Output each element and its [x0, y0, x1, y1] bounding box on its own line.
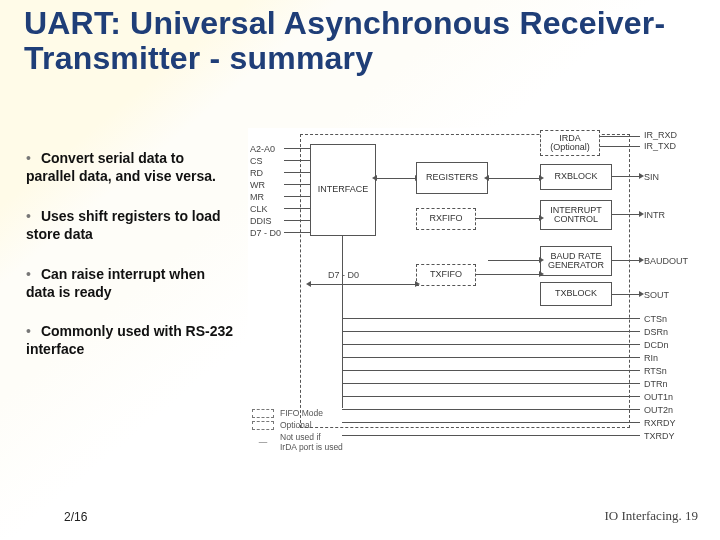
pin-label: BAUDOUT: [644, 256, 688, 266]
wire: [284, 196, 310, 197]
block-txblock: TXBLOCK: [540, 282, 612, 306]
legend-label: Not used if IrDA port is used: [280, 432, 343, 452]
bullet-item: Can raise interrupt when data is ready: [26, 266, 236, 302]
slide-footer: IO Interfacing. 19: [605, 508, 699, 524]
pin-label: CLK: [250, 204, 268, 214]
wire: [488, 178, 540, 179]
wire: [342, 331, 640, 332]
wire: [342, 370, 640, 371]
pin-label: DCDn: [644, 340, 669, 350]
block-registers: REGISTERS: [416, 162, 488, 194]
pin-label: RIn: [644, 353, 658, 363]
wire: [342, 422, 640, 423]
block-baud-rate: BAUD RATE GENERATOR: [540, 246, 612, 276]
wire: [342, 357, 640, 358]
pin-label: DSRn: [644, 327, 668, 337]
wire: [342, 383, 640, 384]
pin-label: MR: [250, 192, 264, 202]
wire: [488, 260, 540, 261]
pin-label: SIN: [644, 172, 659, 182]
wire: [284, 172, 310, 173]
block-rxblock: RXBLOCK: [540, 164, 612, 190]
pin-label: SOUT: [644, 290, 669, 300]
pin-label: OUT2n: [644, 405, 673, 415]
legend-label: Optional: [280, 420, 312, 430]
pin-label: RD: [250, 168, 263, 178]
pin-label: CS: [250, 156, 263, 166]
wire: [600, 136, 640, 137]
legend-swatch-dashed: [252, 421, 274, 430]
bullet-list: Convert serial data to parallel data, an…: [26, 150, 236, 381]
page-title: UART: Universal Asynchronous Receiver-Tr…: [24, 6, 694, 76]
bus-label: D7 - D0: [328, 270, 359, 280]
bullet-item: Convert serial data to parallel data, an…: [26, 150, 236, 186]
pin-label: A2-A0: [250, 144, 275, 154]
wire: [310, 284, 416, 285]
wire: [284, 148, 310, 149]
bullet-item: Uses shift registers to load store data: [26, 208, 236, 244]
wire: [342, 318, 640, 319]
wire: [612, 214, 640, 215]
wire: [600, 146, 640, 147]
pin-label: D7 - D0: [250, 228, 281, 238]
pin-label: RTSn: [644, 366, 667, 376]
pin-label: IR_TXD: [644, 141, 676, 151]
pin-label: RXRDY: [644, 418, 676, 428]
wire: [284, 208, 310, 209]
wire: [342, 435, 640, 436]
wire: [284, 184, 310, 185]
wire: [476, 218, 540, 219]
pin-label: DDIS: [250, 216, 272, 226]
wire: [476, 274, 540, 275]
wire: [342, 396, 640, 397]
slide-date: 2/16: [64, 510, 87, 524]
legend: FIFO Mode Optional —Not used if IrDA por…: [252, 406, 343, 452]
block-intr-control: INTERRUPT CONTROL: [540, 200, 612, 230]
block-rxfifo: RXFIFO: [416, 208, 476, 230]
pin-label: CTSn: [644, 314, 667, 324]
pin-label: WR: [250, 180, 265, 190]
pin-label: IR_RXD: [644, 130, 677, 140]
wire: [376, 178, 416, 179]
bullet-item: Commonly used with RS-232 interface: [26, 323, 236, 359]
wire: [284, 220, 310, 221]
block-diagram: A2-A0 CS RD WR MR CLK DDIS D7 - D0 INTER…: [248, 128, 698, 458]
block-irda: IRDA (Optional): [540, 130, 600, 156]
legend-label: FIFO Mode: [280, 408, 323, 418]
wire: [284, 160, 310, 161]
block-txfifo: TXFIFO: [416, 264, 476, 286]
pin-label: OUT1n: [644, 392, 673, 402]
legend-swatch-dashed: [252, 409, 274, 418]
legend-dash-icon: —: [252, 437, 274, 447]
wire: [284, 232, 310, 233]
block-interface: INTERFACE: [310, 144, 376, 236]
slide: UART: Universal Asynchronous Receiver-Tr…: [0, 0, 720, 540]
wire: [342, 344, 640, 345]
pin-label: DTRn: [644, 379, 668, 389]
wire: [612, 176, 640, 177]
pin-label: INTR: [644, 210, 665, 220]
wire: [612, 294, 640, 295]
pin-label: TXRDY: [644, 431, 675, 441]
wire: [342, 409, 640, 410]
wire: [612, 260, 640, 261]
